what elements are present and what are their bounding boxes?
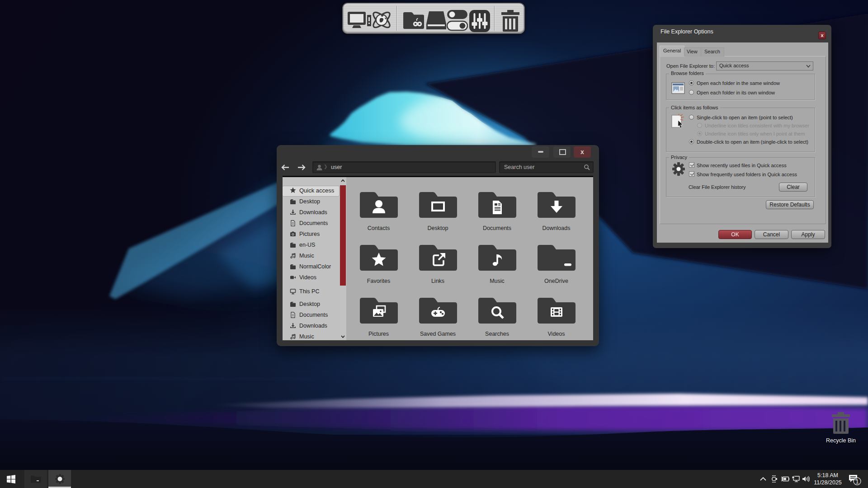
svg-text:1: 1 [856, 479, 859, 485]
